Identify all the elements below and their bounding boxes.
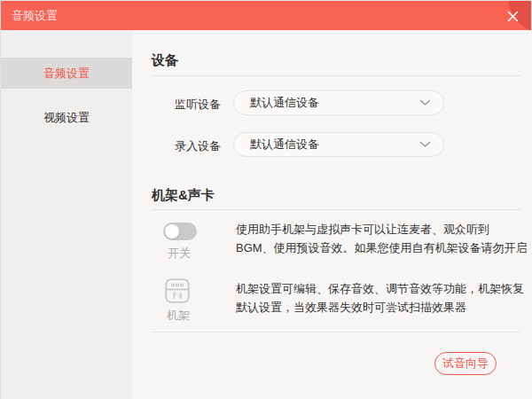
divider [152, 75, 520, 76]
device-section-title: 设备 [152, 52, 178, 69]
input-device-select[interactable]: 默认通信设备 [233, 132, 444, 157]
sound-test-wizard-button[interactable]: 试音向导 [434, 352, 497, 375]
monitor-device-label: 监听设备 [175, 97, 221, 113]
divider [152, 209, 520, 210]
window-title: 音频设置 [12, 1, 58, 30]
chevron-down-icon [419, 141, 431, 148]
input-device-value: 默认通信设备 [250, 137, 419, 153]
rack-description: 机架设置可编辑、保存音效、调节音效等功能，机架恢复默认设置，当效果器失效时可尝试… [236, 279, 530, 317]
rack-toggle[interactable] [163, 223, 197, 240]
toggle-knob [165, 224, 179, 239]
sidebar-item-video-settings[interactable]: 视频设置 [1, 102, 132, 133]
monitor-device-value: 默认通信设备 [250, 95, 419, 111]
toggle-description: 使用助手机架与虚拟声卡可以让连麦者、观众听到 BGM、使用预设音效。如果您使用自… [236, 220, 530, 257]
rack-label: 机架 [167, 308, 190, 324]
input-device-label: 录入设备 [175, 138, 221, 154]
sidebar-item-audio-settings[interactable]: 音频设置 [1, 58, 132, 89]
divider [152, 332, 520, 332]
audio-settings-dialog: 音频设置 音频设置 视频设置 设备 监听设备 默认通信设备 录入设备 默认通信设… [0, 0, 532, 399]
rack-section-title: 机架&声卡 [152, 187, 215, 204]
close-button[interactable] [501, 4, 524, 27]
close-icon [507, 11, 519, 22]
monitor-device-select[interactable]: 默认通信设备 [233, 90, 444, 115]
toggle-label: 开关 [168, 246, 191, 262]
main-panel: 设备 监听设备 默认通信设备 录入设备 默认通信设备 机架&声卡 开关 使用助手… [132, 30, 532, 399]
chevron-down-icon [419, 99, 431, 106]
sidebar: 音频设置 视频设置 [1, 30, 132, 399]
titlebar: 音频设置 [1, 1, 531, 30]
rack-icon [165, 278, 190, 303]
